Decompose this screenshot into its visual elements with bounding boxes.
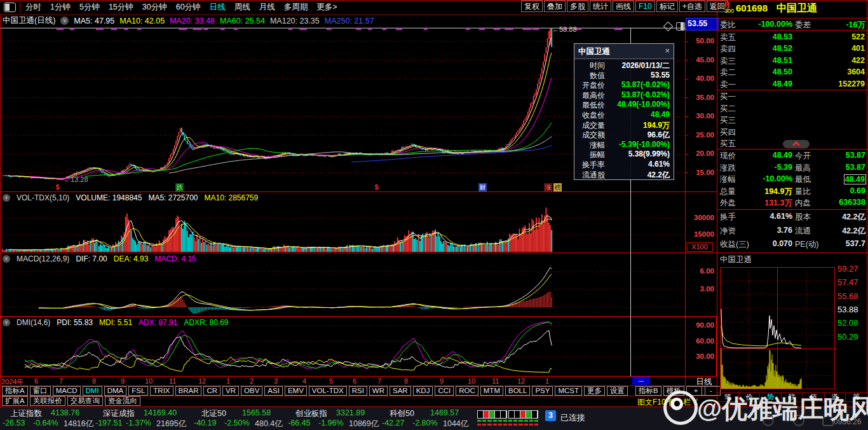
indicator-tab-OBV[interactable]: OBV xyxy=(241,386,262,396)
tool-item-多股[interactable]: 多股 xyxy=(567,1,588,12)
ext-tab-扩展A[interactable]: 扩展A xyxy=(2,396,28,406)
period-item-15分钟[interactable]: 15分钟 xyxy=(109,2,133,13)
ask-volume: 522 xyxy=(851,32,865,41)
tool-item-复权[interactable]: 复权 xyxy=(521,1,543,12)
ext-tab-关联报价[interactable]: 关联报价 xyxy=(30,396,65,406)
indicator-tab-FSL[interactable]: FSL xyxy=(128,386,148,396)
ask-row[interactable]: 卖一48.49152279 xyxy=(717,78,867,90)
period-item-周线[interactable]: 周线 xyxy=(234,2,250,13)
tool-item-画线[interactable]: 画线 xyxy=(613,1,634,12)
tool-item-标记[interactable]: 标记 xyxy=(656,1,678,12)
indicator-tab-ASI[interactable]: ASI xyxy=(264,386,283,396)
macd-header: ∨MACD(12,26,9)DIF: 7.00DEA: 4.93MACD: 4.… xyxy=(3,254,196,263)
panel-row-label: 最高 xyxy=(795,163,811,174)
index-summary-创业板指[interactable]: 创业板指3321.89-66.45-1.96%10869亿 xyxy=(288,408,379,429)
tool-item-统计[interactable]: 统计 xyxy=(590,1,611,12)
ext-tab-交易查询[interactable]: 交易查询 xyxy=(67,396,103,406)
indicator-tab-VOL-TDX[interactable]: VOL-TDX xyxy=(309,386,347,396)
heat-cell xyxy=(509,411,515,418)
collapse-chevron-icon[interactable]: ∨ xyxy=(3,255,10,263)
event-marker-dividend[interactable]: $ xyxy=(53,183,62,191)
period-item-多周期[interactable]: 多周期 xyxy=(284,2,308,13)
popup-close-icon[interactable]: × xyxy=(665,46,670,55)
ext-tab-资金流向[interactable]: 资金流向 xyxy=(105,396,140,406)
period-item-30分钟[interactable]: 30分钟 xyxy=(142,2,167,13)
index-value: 4138.76 xyxy=(51,408,79,417)
indicator-tab-MCST[interactable]: MCST xyxy=(555,386,582,396)
period-item-分时[interactable]: 分时 xyxy=(25,2,41,13)
date-tick-label: 8 xyxy=(92,377,96,385)
macd-chart[interactable] xyxy=(0,263,685,316)
indicator-tab-WR[interactable]: WR xyxy=(369,386,388,396)
period-item-月线[interactable]: 月线 xyxy=(259,2,275,13)
indicator-tab-更多[interactable]: 更多 xyxy=(584,386,605,396)
indicator-tab-MACD[interactable]: MACD xyxy=(53,386,81,396)
panel-row-value: 4.61% xyxy=(770,212,792,221)
event-marker-fall[interactable]: 跌 xyxy=(175,183,184,191)
period-item-1分钟[interactable]: 1分钟 xyxy=(50,2,71,13)
panel-split-icon[interactable] xyxy=(676,22,685,31)
indicator-tab-设置[interactable]: 设置 xyxy=(607,386,628,396)
popup-row-value: 194.9万 xyxy=(606,120,670,131)
ask-row[interactable]: 卖四48.52401 xyxy=(717,43,867,55)
volume-chart[interactable] xyxy=(0,198,685,253)
bid-row[interactable]: 买三 xyxy=(717,114,867,126)
collapse-chevron-icon[interactable]: ∨ xyxy=(60,17,69,25)
ask-row[interactable]: 卖五48.53522 xyxy=(717,31,867,43)
heat-dash xyxy=(529,424,533,426)
connection-count-badge[interactable]: 3 xyxy=(545,410,556,421)
price-tick-label: 45.00 xyxy=(688,56,714,64)
indicator-tab-row2: 扩展A关联报价交易查询资金流向 xyxy=(2,396,140,406)
indicator-tab-CCI[interactable]: CCI xyxy=(435,386,454,396)
event-marker-report[interactable]: 财 xyxy=(478,183,487,191)
indicator-tab-窗口[interactable]: 窗口 xyxy=(30,386,51,396)
indicator-tab-PSY[interactable]: PSY xyxy=(532,386,553,396)
indicator-tab-CR[interactable]: CR xyxy=(203,386,220,396)
index-summary-深证成指[interactable]: 深证成指14169.40-197.51-1.37%21695亿 xyxy=(95,408,187,429)
price-tick-label: 40.00 xyxy=(688,74,714,82)
index-summary-上证指数[interactable]: 上证指数4138.76-26.53-0.64%14816亿 xyxy=(3,408,94,429)
indicator-tab-BRAR[interactable]: BRAR xyxy=(175,386,202,396)
indicator-tab-DMA[interactable]: DMA xyxy=(104,386,127,396)
tool-item-F10[interactable]: F10 xyxy=(635,1,655,12)
orderbook-expand-button[interactable] xyxy=(783,140,810,148)
indicator-tab-MTM[interactable]: MTM xyxy=(480,386,503,396)
tool-item-叠加[interactable]: 叠加 xyxy=(544,1,566,12)
bid-row[interactable]: 买四 xyxy=(717,126,867,138)
index-name: 深证成指 xyxy=(103,408,135,419)
period-item-日线[interactable]: 日线 xyxy=(210,2,226,13)
weibo-pupil xyxy=(674,401,680,406)
bid-row[interactable]: 买二 xyxy=(717,102,867,114)
period-item-60分钟[interactable]: 60分钟 xyxy=(176,2,201,13)
window-toggle-icon[interactable] xyxy=(4,3,16,12)
index-summary-科创50[interactable]: 科创501469.57-42.27-2.80%1044亿 xyxy=(382,408,473,429)
collapse-chevron-icon[interactable]: ∨ xyxy=(3,319,10,326)
heat-dash xyxy=(503,424,507,426)
period-item-更多>[interactable]: 更多> xyxy=(316,2,337,13)
indicator-tab-KDJ[interactable]: KDJ xyxy=(413,386,433,396)
event-marker-dividend[interactable]: $ xyxy=(372,183,381,191)
intraday-chart[interactable] xyxy=(720,267,835,389)
indicator-tab-EMV[interactable]: EMV xyxy=(285,386,307,396)
indicator-tab-ROC[interactable]: ROC xyxy=(456,386,478,396)
ask-row[interactable]: 卖二48.503604 xyxy=(717,66,867,78)
event-marker-rise[interactable]: 涨 xyxy=(544,183,552,191)
ask-row[interactable]: 卖三48.51422 xyxy=(717,55,867,67)
indicator-tab-BOLL[interactable]: BOLL xyxy=(505,386,530,396)
indicator-tab-指标A[interactable]: 指标A xyxy=(2,386,28,396)
tool-item-+自选[interactable]: +自选 xyxy=(679,1,705,12)
date-tick-label: 6 xyxy=(34,377,38,385)
index-summary-北证50[interactable]: 北证501565.58-40.19-2.50%480.4亿 xyxy=(194,408,285,429)
indicator-tab-SAR[interactable]: SAR xyxy=(390,386,411,396)
ask-price: 48.50 xyxy=(773,67,792,76)
bid-row[interactable]: 买一 xyxy=(717,90,867,102)
indicator-tab-RSI[interactable]: RSI xyxy=(349,386,367,396)
period-item-5分钟[interactable]: 5分钟 xyxy=(79,2,100,13)
event-marker-board[interactable]: 榜 xyxy=(553,183,562,191)
indicator-tab-TRIX[interactable]: TRIX xyxy=(150,386,173,396)
indicator-tab-指标B[interactable]: 指标B xyxy=(635,386,661,396)
heat-dash-row xyxy=(508,420,538,422)
indicator-tab-VR[interactable]: VR xyxy=(222,386,239,396)
indicator-tab-DMI[interactable]: DMI xyxy=(83,386,102,396)
index-pct: -2.50% xyxy=(224,419,250,427)
